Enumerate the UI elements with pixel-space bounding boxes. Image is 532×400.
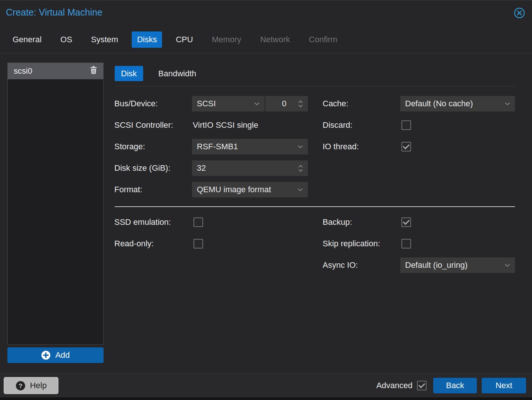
disk-size-label: Disk size (GiB): — [114, 160, 171, 176]
discard-checkbox[interactable] — [401, 120, 411, 130]
skip-replication-label: Skip replication: — [323, 236, 380, 251]
tab-confirm: Confirm — [304, 31, 343, 48]
next-button[interactable]: Next — [482, 378, 526, 393]
header-divider — [0, 53, 532, 53]
bus-device-label: Bus/Device: — [114, 96, 158, 111]
svg-text:?: ? — [18, 382, 22, 389]
chevron-down-icon — [505, 264, 510, 267]
page-title: Create: Virtual Machine — [6, 7, 102, 18]
help-button[interactable]: ? Help — [4, 377, 58, 394]
footer-bar: ? Help Advanced Back Next — [0, 373, 532, 397]
spinner-up-down-icon[interactable] — [298, 100, 303, 107]
tab-general[interactable]: General — [7, 31, 47, 48]
footer-actions: Advanced Back Next — [376, 377, 526, 394]
chevron-down-icon — [505, 102, 510, 106]
ssd-emulation-label: SSD emulation: — [114, 214, 171, 230]
format-select[interactable]: QEMU image format — [192, 182, 308, 197]
section-divider — [115, 206, 515, 207]
async-io-select[interactable]: Default (io_uring) — [400, 257, 515, 273]
disk-list-item-scsi0[interactable]: scsi0 — [8, 63, 103, 79]
scsi-controller-value: VirtIO SCSI single — [193, 117, 258, 133]
read-only-checkbox[interactable] — [193, 239, 203, 249]
bottom-edge — [0, 397, 532, 400]
disk-subtabs: Disk Bandwidth — [115, 66, 203, 81]
storage-label: Storage: — [114, 139, 145, 154]
tab-cpu[interactable]: CPU — [171, 31, 198, 48]
async-io-label: Async IO: — [323, 257, 358, 273]
ssd-emulation-checkbox[interactable] — [193, 217, 203, 227]
tab-memory: Memory — [207, 31, 246, 48]
question-circle-icon: ? — [16, 381, 26, 391]
disk-list-panel: scsi0 — [7, 63, 104, 345]
add-disk-button[interactable]: Add — [7, 347, 104, 363]
chevron-down-icon — [254, 102, 260, 106]
tab-system[interactable]: System — [86, 31, 123, 48]
io-thread-checkbox[interactable] — [401, 142, 411, 151]
scsi-controller-label: SCSI Controller: — [114, 117, 173, 133]
spinner-up-down-icon[interactable] — [298, 165, 303, 172]
plus-circle-icon — [41, 350, 51, 360]
skip-replication-checkbox[interactable] — [401, 239, 411, 249]
bus-device-number-stepper[interactable]: 0 — [265, 96, 308, 111]
tab-network: Network — [255, 31, 295, 48]
disk-item-label: scsi0 — [14, 66, 32, 76]
subtab-bandwidth[interactable]: Bandwidth — [152, 66, 203, 81]
back-button[interactable]: Back — [433, 378, 477, 393]
cache-select[interactable]: Default (No cache) — [400, 96, 515, 111]
chevron-down-icon — [297, 188, 303, 191]
advanced-label: Advanced — [376, 381, 413, 390]
io-thread-label: IO thread: — [323, 139, 359, 154]
subtab-disk[interactable]: Disk — [115, 66, 143, 81]
bus-device-select[interactable]: SCSI — [192, 96, 265, 111]
wizard-tabbar: General OS System Disks CPU Memory Netwo… — [7, 31, 343, 48]
format-label: Format: — [114, 182, 142, 197]
storage-select[interactable]: RSF-SMB1 — [192, 139, 308, 154]
create-vm-dialog: Create: Virtual Machine General OS Syste… — [0, 0, 532, 400]
tab-os[interactable]: OS — [55, 31, 77, 48]
trash-icon[interactable] — [90, 66, 97, 76]
chevron-down-icon — [297, 145, 303, 149]
cache-label: Cache: — [323, 96, 349, 111]
subtab-divider — [115, 86, 515, 86]
help-button-label: Help — [30, 381, 47, 390]
discard-label: Discard: — [323, 117, 353, 133]
read-only-label: Read-only: — [114, 236, 154, 251]
advanced-checkbox[interactable] — [417, 381, 427, 390]
backup-checkbox[interactable] — [401, 217, 411, 227]
close-icon[interactable] — [514, 7, 525, 19]
disk-size-stepper[interactable]: 32 — [192, 160, 308, 176]
add-button-label: Add — [55, 350, 70, 360]
backup-label: Backup: — [323, 214, 352, 230]
tab-disks[interactable]: Disks — [132, 31, 162, 48]
